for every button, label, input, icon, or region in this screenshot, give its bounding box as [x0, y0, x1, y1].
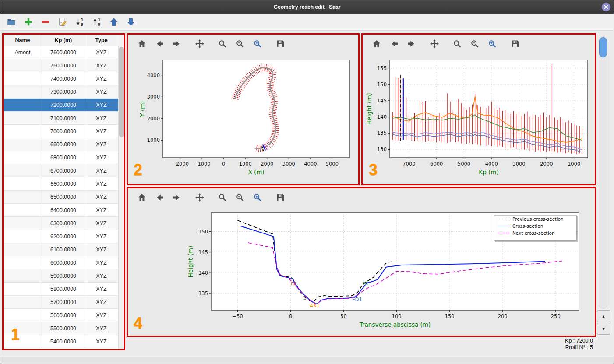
- table-row[interactable]: 6500.0000XYZ: [4, 191, 118, 204]
- name-cell[interactable]: [4, 243, 42, 256]
- kp-cell[interactable]: 5600.0000: [42, 309, 85, 322]
- type-cell[interactable]: XYZ: [85, 72, 118, 85]
- zoom-button[interactable]: [217, 39, 228, 49]
- type-cell[interactable]: XYZ: [85, 177, 118, 190]
- kp-cell[interactable]: 6400.0000: [42, 204, 85, 216]
- kp-cell[interactable]: 5500.0000: [42, 322, 85, 335]
- kp-cell[interactable]: 7200.0000: [42, 99, 85, 111]
- profile-down-button[interactable]: ▼: [597, 323, 610, 335]
- column-header-type[interactable]: Type: [85, 35, 118, 46]
- back-button[interactable]: [154, 39, 165, 49]
- table-row[interactable]: 6900.0000XYZ: [4, 138, 118, 151]
- kp-cell[interactable]: 6900.0000: [42, 138, 85, 151]
- pan-button[interactable]: [194, 192, 205, 203]
- table-row[interactable]: 5800.0000XYZ: [4, 283, 118, 296]
- type-cell[interactable]: XYZ: [85, 256, 118, 269]
- back-button[interactable]: [389, 39, 399, 49]
- column-header-name[interactable]: Name: [4, 35, 42, 46]
- kp-cell[interactable]: 7300.0000: [42, 85, 85, 98]
- sort-ascending-button[interactable]: 19: [91, 16, 102, 28]
- table-row[interactable]: 6600.0000XYZ: [4, 177, 118, 191]
- home-button[interactable]: [137, 192, 147, 203]
- name-cell[interactable]: [4, 72, 42, 85]
- name-cell[interactable]: [4, 164, 42, 177]
- name-cell[interactable]: [4, 322, 42, 335]
- save-button[interactable]: [275, 39, 286, 49]
- type-cell[interactable]: XYZ: [85, 85, 118, 98]
- kp-cell[interactable]: 6500.0000: [42, 191, 85, 203]
- table-row[interactable]: 6700.0000XYZ: [4, 164, 118, 177]
- type-cell[interactable]: XYZ: [85, 309, 118, 322]
- kp-cell[interactable]: 5700.0000: [42, 296, 85, 308]
- type-cell[interactable]: XYZ: [85, 164, 118, 177]
- kp-cell[interactable]: 7400.0000: [42, 72, 85, 85]
- type-cell[interactable]: XYZ: [85, 204, 118, 216]
- plan-view-chart[interactable]: −2000−1000010002000300040005000100020003…: [129, 53, 358, 183]
- name-cell[interactable]: [4, 269, 42, 282]
- table-row[interactable]: 5700.0000XYZ: [4, 296, 118, 309]
- kp-cell[interactable]: 7000.0000: [42, 125, 85, 138]
- type-cell[interactable]: XYZ: [85, 125, 118, 138]
- pan-button[interactable]: [429, 39, 440, 49]
- longitudinal-profile-chart[interactable]: 7000600050004000300020001000130135140145…: [363, 53, 595, 183]
- type-cell[interactable]: XYZ: [85, 112, 118, 124]
- save-button[interactable]: [275, 192, 286, 203]
- table-scrollbar[interactable]: [118, 46, 124, 349]
- name-cell[interactable]: [4, 112, 42, 124]
- zoom-out-button[interactable]: [469, 39, 480, 49]
- type-cell[interactable]: XYZ: [85, 243, 118, 256]
- table-row[interactable]: 6100.0000XYZ: [4, 243, 118, 256]
- home-button[interactable]: [371, 39, 382, 49]
- column-header-kp[interactable]: Kp (m): [42, 35, 85, 46]
- table-row[interactable]: 7100.0000XYZ: [4, 112, 118, 125]
- type-cell[interactable]: XYZ: [85, 283, 118, 295]
- type-cell[interactable]: XYZ: [85, 322, 118, 335]
- name-cell[interactable]: [4, 230, 42, 243]
- kp-cell[interactable]: 5900.0000: [42, 269, 85, 282]
- type-cell[interactable]: XYZ: [85, 46, 118, 59]
- edit-button[interactable]: [57, 16, 68, 28]
- name-cell[interactable]: Amont: [4, 46, 42, 59]
- table-row[interactable]: 6400.0000XYZ: [4, 204, 118, 217]
- table-row[interactable]: 7200.0000XYZ: [4, 99, 118, 112]
- table-row[interactable]: 7400.0000XYZ: [4, 72, 118, 85]
- name-cell[interactable]: [4, 335, 42, 348]
- zoom-fit-button[interactable]: [252, 39, 263, 49]
- remove-button[interactable]: [40, 16, 51, 28]
- close-button[interactable]: [602, 3, 610, 11]
- add-button[interactable]: [23, 16, 34, 28]
- type-cell[interactable]: XYZ: [85, 269, 118, 282]
- name-cell[interactable]: [4, 59, 42, 72]
- table-row[interactable]: 6200.0000XYZ: [4, 230, 118, 243]
- kp-cell[interactable]: 5400.0000: [42, 335, 85, 348]
- forward-button[interactable]: [172, 192, 182, 203]
- vertical-scrollbar-thumb[interactable]: [599, 37, 607, 57]
- table-row[interactable]: 6300.0000XYZ: [4, 217, 118, 230]
- kp-cell[interactable]: 6200.0000: [42, 230, 85, 243]
- profile-up-button[interactable]: ▲: [597, 310, 610, 322]
- name-cell[interactable]: [4, 138, 42, 151]
- table-row[interactable]: 5500.0000XYZ: [4, 322, 118, 335]
- type-cell[interactable]: XYZ: [85, 335, 118, 348]
- zoom-button[interactable]: [217, 192, 228, 203]
- table-row[interactable]: 5900.0000XYZ: [4, 269, 118, 283]
- pan-button[interactable]: [194, 39, 205, 49]
- table-row[interactable]: Amont7600.0000XYZ: [4, 46, 118, 59]
- name-cell[interactable]: [4, 191, 42, 203]
- kp-cell[interactable]: 7600.0000: [42, 46, 85, 59]
- name-cell[interactable]: [4, 283, 42, 295]
- cross-section-chart[interactable]: rgrd1AX1FD1−5005010015020025013514014515…: [129, 207, 595, 335]
- table-row[interactable]: 5600.0000XYZ: [4, 309, 118, 322]
- type-cell[interactable]: XYZ: [85, 230, 118, 243]
- type-cell[interactable]: XYZ: [85, 217, 118, 230]
- table-row[interactable]: 7000.0000XYZ: [4, 125, 118, 138]
- type-cell[interactable]: XYZ: [85, 59, 118, 72]
- type-cell[interactable]: XYZ: [85, 296, 118, 308]
- forward-button[interactable]: [172, 39, 182, 49]
- kp-cell[interactable]: 5800.0000: [42, 283, 85, 295]
- table-row[interactable]: 6800.0000XYZ: [4, 151, 118, 164]
- name-cell[interactable]: [4, 309, 42, 322]
- table-row[interactable]: 7300.0000XYZ: [4, 85, 118, 99]
- name-cell[interactable]: [4, 217, 42, 230]
- name-cell[interactable]: [4, 151, 42, 164]
